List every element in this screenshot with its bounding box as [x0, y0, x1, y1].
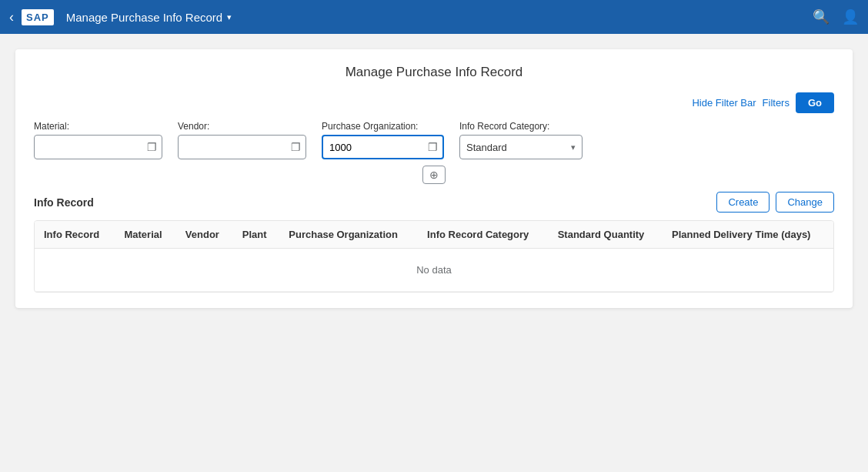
material-value-help-button[interactable]: ❐: [142, 141, 162, 153]
col-vendor: Vendor: [176, 221, 233, 249]
change-button[interactable]: Change: [776, 192, 834, 213]
go-button[interactable]: Go: [796, 92, 834, 113]
info-record-category-select-wrapper: Standard Subcontracting Pipeline Consign…: [459, 135, 583, 159]
no-data-text: No data: [35, 249, 833, 292]
filter-fields: Material: ❐ Vendor: ❐ Purchase Organizat…: [34, 121, 834, 159]
purchase-org-label: Purchase Organization:: [322, 121, 444, 132]
create-button[interactable]: Create: [716, 192, 770, 213]
vendor-value-help-button[interactable]: ❐: [286, 141, 305, 153]
section-actions: Create Change: [716, 192, 834, 213]
filters-button[interactable]: Filters: [763, 97, 790, 109]
material-label: Material:: [34, 121, 162, 132]
info-record-category-select[interactable]: Standard Subcontracting Pipeline Consign…: [466, 142, 565, 153]
sap-logo: SAP: [22, 9, 54, 25]
info-record-table-wrapper: Info Record Material Vendor Plant Purcha…: [34, 220, 834, 293]
col-purchase-org: Purchase Organization: [279, 221, 418, 249]
col-info-record: Info Record: [35, 221, 115, 249]
section-title: Info Record: [34, 196, 94, 209]
filter-bar-actions: Hide Filter Bar Filters Go: [34, 92, 834, 113]
col-planned-delivery: Planned Delivery Time (days): [663, 221, 833, 249]
info-record-category-label: Info Record Category:: [459, 121, 583, 132]
top-navbar: ‹ SAP Manage Purchase Info Record ▾ 🔍 👤: [0, 0, 868, 34]
purchase-org-input[interactable]: [323, 136, 423, 158]
main-container: Manage Purchase Info Record Hide Filter …: [0, 34, 868, 323]
navbar-icons: 🔍 👤: [813, 8, 859, 25]
filter-expand-row: ⊕: [34, 166, 834, 184]
info-record-table: Info Record Material Vendor Plant Purcha…: [35, 221, 833, 292]
vendor-label: Vendor:: [178, 121, 306, 132]
vendor-field: Vendor: ❐: [178, 121, 306, 159]
col-standard-quantity: Standard Quantity: [549, 221, 663, 249]
purchase-org-value-help-button[interactable]: ❐: [423, 141, 442, 153]
vendor-input-wrapper: ❐: [178, 135, 306, 159]
filter-expand-button[interactable]: ⊕: [422, 166, 446, 184]
col-info-record-category: Info Record Category: [418, 221, 549, 249]
table-header-row: Info Record Material Vendor Plant Purcha…: [35, 221, 833, 249]
info-record-section: Info Record Create Change Info Record Ma…: [34, 192, 834, 293]
material-field: Material: ❐: [34, 121, 162, 159]
main-card: Manage Purchase Info Record Hide Filter …: [15, 49, 853, 308]
purchase-org-input-wrapper: ❐: [322, 135, 444, 159]
col-plant: Plant: [233, 221, 280, 249]
back-button[interactable]: ‹: [9, 9, 14, 25]
category-dropdown-arrow: ▾: [571, 142, 576, 152]
hide-filter-bar-button[interactable]: Hide Filter Bar: [692, 97, 756, 109]
no-data-row: No data: [35, 249, 833, 292]
col-material: Material: [115, 221, 175, 249]
user-icon[interactable]: 👤: [842, 8, 859, 25]
section-header: Info Record Create Change: [34, 192, 834, 213]
material-input-wrapper: ❐: [34, 135, 162, 159]
title-dropdown-arrow[interactable]: ▾: [227, 12, 232, 22]
vendor-input[interactable]: [179, 136, 286, 159]
app-title-text: Manage Purchase Info Record: [66, 11, 222, 24]
material-input[interactable]: [35, 136, 142, 159]
app-title: Manage Purchase Info Record ▾: [66, 11, 232, 24]
info-record-category-field: Info Record Category: Standard Subcontra…: [459, 121, 583, 159]
purchase-org-field: Purchase Organization: ❐: [322, 121, 444, 159]
page-title: Manage Purchase Info Record: [34, 65, 834, 80]
search-icon[interactable]: 🔍: [813, 8, 830, 25]
